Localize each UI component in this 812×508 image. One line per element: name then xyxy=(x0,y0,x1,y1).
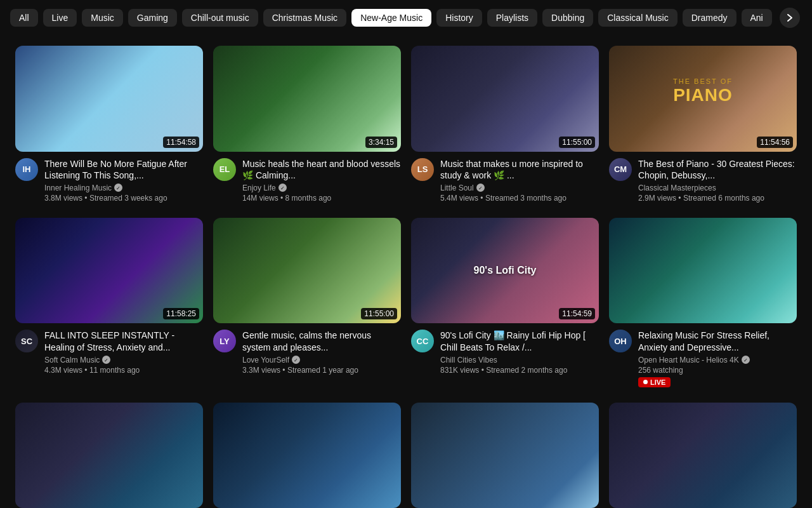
thumbnail xyxy=(411,403,599,508)
video-title: The Best of Piano - 30 Greatest Pieces: … xyxy=(638,158,797,181)
avatar[interactable]: EL xyxy=(213,158,236,181)
lofi-overlay: 90's Lofi City xyxy=(474,265,537,276)
video-stats: 831K views • Streamed 2 months ago xyxy=(440,366,599,375)
filter-chip-dramedy[interactable]: Dramedy xyxy=(683,9,737,27)
video-stats: 3.8M views • Streamed 3 weeks ago xyxy=(44,194,203,203)
duration-badge: 11:54:56 xyxy=(757,137,793,148)
filter-chip-playlists[interactable]: Playlists xyxy=(487,9,537,27)
video-stats: 4.3M views • 11 months ago xyxy=(44,366,203,375)
thumbnail: The Best ofPIANO11:54:56 xyxy=(609,46,797,152)
video-card[interactable] xyxy=(406,398,604,508)
thumbnail xyxy=(213,403,401,508)
filter-chip-live[interactable]: Live xyxy=(43,9,77,27)
video-card[interactable] xyxy=(604,398,802,508)
video-info: LYGentle music, calms the nervous system… xyxy=(213,330,401,374)
video-card[interactable]: 90's Lofi City11:54:59CC90's Lofi City 🏙… xyxy=(406,213,604,398)
filter-chip-music[interactable]: Music xyxy=(82,9,123,27)
thumbnail-image xyxy=(411,403,599,508)
duration-badge: 11:54:59 xyxy=(559,308,595,319)
thumbnail-image: The Best ofPIANO xyxy=(609,46,797,152)
video-title: Music heals the heart and blood vessels … xyxy=(242,158,401,181)
video-info: LSMusic that makes u more inspired to st… xyxy=(411,158,599,203)
channel-name[interactable]: Little Soul xyxy=(440,184,599,192)
video-card[interactable]: 11:55:00LSMusic that makes u more inspir… xyxy=(406,41,604,213)
video-card[interactable]: OHRelaxing Music For Stress Relief, Anxi… xyxy=(604,213,802,398)
video-title: FALL INTO SLEEP INSTANTLY - Healing of S… xyxy=(44,330,203,352)
video-info: ELMusic heals the heart and blood vessel… xyxy=(213,158,401,203)
duration-badge: 11:55:00 xyxy=(361,308,397,319)
video-title: Gentle music, calms the nervous system a… xyxy=(242,330,401,352)
channel-name[interactable]: Enjoy Life xyxy=(242,184,401,192)
thumbnail xyxy=(609,403,797,508)
channel-name[interactable]: Open Heart Music - Helios 4K xyxy=(638,356,797,364)
filter-chip-history[interactable]: History xyxy=(436,9,482,27)
thumbnail-image xyxy=(609,403,797,508)
avatar[interactable]: SC xyxy=(15,330,38,352)
channel-name[interactable]: Love YourSelf xyxy=(242,356,401,364)
duration-badge: 11:58:25 xyxy=(163,308,199,319)
video-meta: Relaxing Music For Stress Relief, Anxiet… xyxy=(638,330,797,387)
filter-chip-ani[interactable]: Ani xyxy=(742,9,772,27)
video-card[interactable] xyxy=(10,398,208,508)
thumbnail-image xyxy=(15,403,203,508)
thumbnail-image xyxy=(15,46,203,152)
video-meta: The Best of Piano - 30 Greatest Pieces: … xyxy=(638,158,797,203)
avatar[interactable]: LS xyxy=(411,158,434,181)
video-card[interactable]: 11:58:25SCFALL INTO SLEEP INSTANTLY - He… xyxy=(10,213,208,398)
video-info: IHThere Will Be No More Fatigue After Li… xyxy=(15,158,203,203)
verified-icon xyxy=(278,184,287,192)
duration-badge: 11:54:58 xyxy=(163,137,199,148)
duration-badge: 11:55:00 xyxy=(559,137,595,148)
verified-icon xyxy=(114,184,122,192)
channel-name[interactable]: Classical Masterpieces xyxy=(638,184,797,192)
filter-chip-christmas-music[interactable]: Christmas Music xyxy=(263,9,346,27)
thumbnail-image xyxy=(609,218,797,324)
verified-icon xyxy=(742,356,750,364)
video-info: CMThe Best of Piano - 30 Greatest Pieces… xyxy=(609,158,797,203)
video-card[interactable] xyxy=(208,398,406,508)
video-grid: 11:54:58IHThere Will Be No More Fatigue … xyxy=(0,36,812,508)
filter-chip-dubbing[interactable]: Dubbing xyxy=(542,9,593,27)
video-card[interactable]: 3:34:15ELMusic heals the heart and blood… xyxy=(208,41,406,213)
video-meta: Music heals the heart and blood vessels … xyxy=(242,158,401,203)
thumbnail: 11:55:00 xyxy=(411,46,599,152)
video-stats: 256 watching xyxy=(638,366,797,375)
avatar[interactable]: CC xyxy=(411,330,434,352)
piano-overlay: The Best ofPIANO xyxy=(673,77,733,105)
filter-chip-gaming[interactable]: Gaming xyxy=(128,9,177,27)
avatar[interactable]: IH xyxy=(15,158,38,181)
avatar[interactable]: CM xyxy=(609,158,632,181)
video-card[interactable]: 11:54:58IHThere Will Be No More Fatigue … xyxy=(10,41,208,213)
avatar[interactable]: LY xyxy=(213,330,236,352)
avatar[interactable]: OH xyxy=(609,330,632,352)
thumbnail-image xyxy=(213,403,401,508)
channel-name[interactable]: Chill Cities Vibes xyxy=(440,356,599,364)
thumbnail: 11:58:25 xyxy=(15,218,203,324)
video-card[interactable]: The Best ofPIANO11:54:56CMThe Best of Pi… xyxy=(604,41,802,213)
video-stats: 2.9M views • Streamed 6 months ago xyxy=(638,194,797,203)
video-info: SCFALL INTO SLEEP INSTANTLY - Healing of… xyxy=(15,330,203,374)
verified-icon xyxy=(292,356,300,364)
video-info: CC90's Lofi City 🏙️ Rainy Lofi Hip Hop [… xyxy=(411,330,599,374)
video-meta: Gentle music, calms the nervous system a… xyxy=(242,330,401,374)
live-label: LIVE xyxy=(650,378,665,386)
thumbnail-image xyxy=(213,46,401,152)
thumbnail-image xyxy=(411,46,599,152)
filter-chip-all[interactable]: All xyxy=(10,9,38,27)
filter-chevron-button[interactable] xyxy=(780,8,800,28)
filter-chip-classical-music[interactable]: Classical Music xyxy=(598,9,677,27)
thumbnail xyxy=(15,403,203,508)
live-badge: LIVE xyxy=(638,377,671,387)
thumbnail: 11:54:58 xyxy=(15,46,203,152)
video-card[interactable]: 11:55:00LYGentle music, calms the nervou… xyxy=(208,213,406,398)
thumbnail xyxy=(609,218,797,324)
live-dot xyxy=(643,380,648,384)
filter-chip-new-age-music[interactable]: New-Age Music xyxy=(351,9,431,27)
video-title: Relaxing Music For Stress Relief, Anxiet… xyxy=(638,330,797,352)
filter-bar: AllLiveMusicGamingChill-out musicChristm… xyxy=(0,0,812,36)
thumbnail: 3:34:15 xyxy=(213,46,401,152)
channel-name[interactable]: Inner Healing Music xyxy=(44,184,203,192)
channel-name[interactable]: Soft Calm Music xyxy=(44,356,203,364)
video-info: OHRelaxing Music For Stress Relief, Anxi… xyxy=(609,330,797,387)
filter-chip-chill-out-music[interactable]: Chill-out music xyxy=(182,9,258,27)
